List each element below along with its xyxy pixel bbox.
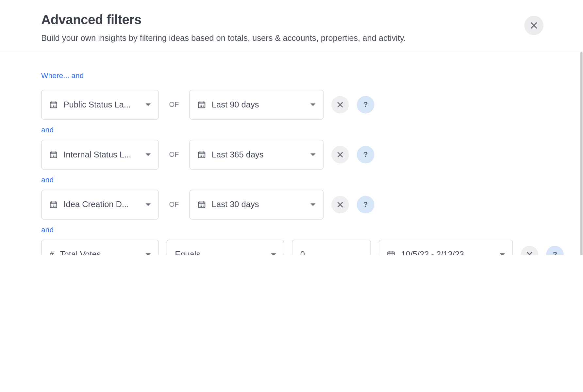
svg-point-36 — [203, 155, 204, 155]
svg-point-57 — [200, 206, 200, 207]
of-label-2: OF — [167, 151, 182, 158]
field-select-2[interactable]: Internal Status L... — [41, 140, 158, 170]
svg-point-8 — [53, 106, 54, 107]
question-icon: ? — [553, 250, 557, 255]
and-link-4[interactable]: and — [41, 226, 54, 235]
field-label: Idea Creation D... — [63, 200, 145, 210]
svg-point-9 — [55, 106, 55, 107]
svg-point-27 — [52, 156, 52, 157]
chevron-down-icon — [145, 253, 151, 255]
svg-point-58 — [201, 206, 202, 207]
svg-point-19 — [203, 106, 204, 107]
field-select-3[interactable]: Idea Creation D... — [41, 190, 158, 220]
svg-point-49 — [55, 206, 55, 207]
close-icon — [337, 202, 343, 208]
remove-row-button-3[interactable] — [331, 196, 349, 214]
svg-point-28 — [53, 156, 54, 157]
remove-row-button-2[interactable] — [331, 146, 349, 164]
svg-point-39 — [203, 156, 204, 157]
svg-point-24 — [52, 155, 52, 155]
svg-point-37 — [200, 156, 200, 157]
scrollbar[interactable] — [580, 52, 583, 255]
svg-point-16 — [203, 105, 204, 106]
field-label: Total Votes — [60, 250, 145, 255]
calendar-icon — [198, 201, 206, 208]
calendar-icon — [50, 201, 58, 208]
calendar-icon — [50, 151, 58, 158]
help-button-3[interactable]: ? — [357, 196, 375, 214]
svg-point-34 — [200, 155, 200, 155]
and-link-2[interactable]: and — [41, 126, 54, 135]
svg-point-26 — [55, 155, 55, 155]
of-label-1: OF — [167, 101, 182, 109]
chevron-down-icon — [310, 203, 316, 207]
value-label: Last 30 days — [212, 200, 310, 210]
help-button-4[interactable]: ? — [546, 246, 564, 255]
calendar-icon — [50, 101, 58, 109]
svg-point-44 — [52, 205, 52, 205]
svg-point-15 — [201, 105, 202, 106]
where-link[interactable]: Where... — [41, 72, 69, 80]
svg-point-14 — [200, 105, 200, 106]
close-icon — [526, 252, 533, 255]
filter-row-1: Public Status La... OF Last 90 days — [41, 90, 565, 120]
value-input-4[interactable] — [292, 240, 371, 255]
svg-point-48 — [53, 206, 54, 207]
close-icon — [530, 22, 537, 29]
help-button-2[interactable]: ? — [357, 146, 375, 164]
date-range-label: 10/5/22 - 2/13/23 — [401, 250, 499, 255]
modal-subtitle: Build your own insights by filtering ide… — [41, 33, 565, 43]
value-select-2[interactable]: Last 365 days — [189, 140, 323, 170]
svg-point-25 — [53, 155, 54, 155]
modal-header: Advanced filters Build your own insights… — [0, 0, 583, 52]
svg-point-64 — [389, 254, 390, 255]
remove-row-button-1[interactable] — [331, 96, 349, 114]
chevron-down-icon — [145, 203, 151, 207]
value-select-3[interactable]: Last 30 days — [189, 190, 323, 220]
calendar-icon — [198, 151, 206, 158]
filter-row-4: # Total Votes Equals 10/5/22 - 2/13/23 — [41, 240, 565, 255]
and-link-3[interactable]: and — [41, 176, 54, 185]
svg-point-56 — [203, 205, 204, 205]
chevron-down-icon — [145, 103, 151, 107]
svg-point-55 — [201, 205, 202, 205]
svg-point-29 — [55, 156, 55, 157]
close-icon — [337, 102, 343, 108]
operator-label: Equals — [175, 250, 270, 255]
value-label: Last 90 days — [212, 100, 310, 110]
svg-point-65 — [391, 254, 391, 255]
svg-point-45 — [53, 205, 54, 205]
and-link-1[interactable]: and — [71, 72, 84, 80]
question-icon: ? — [363, 200, 368, 209]
close-button[interactable] — [524, 16, 543, 35]
calendar-icon — [387, 251, 395, 255]
svg-point-59 — [203, 206, 204, 207]
of-label-3: OF — [167, 201, 182, 208]
value-label: Last 365 days — [212, 150, 310, 160]
date-range-select-4[interactable]: 10/5/22 - 2/13/23 — [379, 240, 513, 255]
field-label: Internal Status L... — [63, 150, 145, 160]
chevron-down-icon — [310, 153, 316, 157]
filters-body: Where... and Public Status La... OF Last… — [0, 52, 583, 255]
operator-select-4[interactable]: Equals — [167, 240, 284, 255]
question-icon: ? — [363, 150, 368, 159]
field-label: Public Status La... — [63, 100, 145, 110]
field-select-4[interactable]: # Total Votes — [41, 240, 158, 255]
chevron-down-icon — [145, 153, 151, 157]
question-icon: ? — [363, 100, 368, 109]
close-icon — [337, 152, 343, 158]
value-select-1[interactable]: Last 90 days — [189, 90, 323, 120]
chevron-down-icon — [271, 253, 277, 255]
svg-point-54 — [200, 205, 200, 205]
hash-icon: # — [50, 250, 54, 255]
svg-point-66 — [392, 254, 393, 255]
svg-point-46 — [55, 205, 55, 205]
svg-point-17 — [200, 106, 200, 107]
svg-point-18 — [201, 106, 202, 107]
svg-point-4 — [52, 105, 52, 106]
help-button-1[interactable]: ? — [357, 96, 375, 114]
remove-row-button-4[interactable] — [521, 246, 539, 255]
svg-point-5 — [53, 105, 54, 106]
svg-point-47 — [52, 206, 52, 207]
field-select-1[interactable]: Public Status La... — [41, 90, 158, 120]
